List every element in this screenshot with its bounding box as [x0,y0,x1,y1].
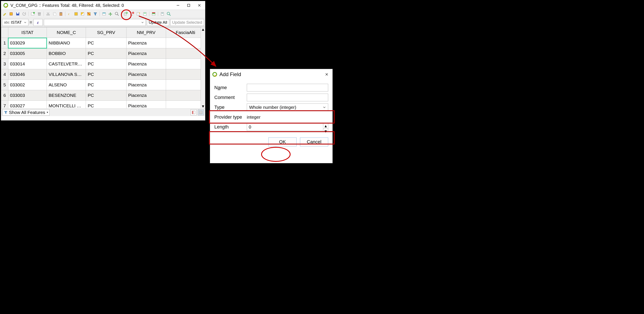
expression-input[interactable] [44,19,146,26]
table-cell[interactable]: Piacenza [126,48,166,59]
vertical-scrollbar[interactable]: ▴ ▾ [201,27,205,108]
table-cell[interactable]: BESENZONE [47,90,86,101]
row-header[interactable]: 7 [1,101,8,108]
reload-icon[interactable] [22,11,27,16]
corner-header[interactable] [1,27,8,38]
field-selector[interactable]: abc ISTAT [2,19,28,26]
table-cell[interactable]: Piacenza [126,80,166,90]
column-header[interactable]: NM_PRV [126,27,166,38]
table-cell[interactable]: PC [86,101,126,108]
table-row[interactable]: 2033005BOBBIOPCPiacenza3 [1,48,205,59]
update-all-button[interactable]: Update All [147,19,169,26]
table-cell[interactable]: CASTELVETRO P... [47,59,86,69]
maximize-button[interactable] [183,2,194,9]
zoom-to-selected-icon[interactable] [114,11,120,16]
column-header[interactable]: NOME_C [47,27,86,38]
filter-selection-icon[interactable] [93,11,98,16]
table-row[interactable]: 5033002ALSENOPCPiacenza2 [1,80,205,90]
deselect-all-icon[interactable] [86,11,92,16]
dialog-close-button[interactable] [321,70,332,78]
table-cell[interactable]: MONTICELLI D`... [47,101,86,108]
column-header[interactable]: SG_PRV [86,27,126,38]
table-cell[interactable]: ALSENO [47,80,86,90]
row-header[interactable]: 2 [1,48,8,59]
pan-to-selected-icon[interactable] [108,11,113,16]
row-header[interactable]: 1 [1,38,8,48]
invert-selection-icon[interactable] [80,11,85,16]
table-cell[interactable]: Piacenza [126,101,166,108]
spinner-buttons[interactable]: ▴ ▾ [323,123,328,130]
field-calculator-icon[interactable] [142,11,148,16]
table-cell[interactable]: PC [86,59,126,69]
name-input[interactable] [247,84,328,92]
feature-filter-button[interactable]: Show All Features ▾ [2,109,50,116]
table-row[interactable]: 6033003BESENZONEPCPiacenza1 [1,90,205,101]
type-select[interactable]: Whole number (integer) [247,104,328,111]
new-field-icon[interactable] [123,11,128,16]
table-cell[interactable]: 033027 [8,101,47,108]
actions-icon[interactable] [160,11,165,16]
select-expression-icon[interactable]: ε [67,11,72,16]
select-all-icon[interactable] [74,11,79,16]
table-cell[interactable]: PC [86,90,126,101]
table-cell[interactable]: 033046 [8,69,47,80]
table-cell[interactable]: 2 [166,80,205,90]
paste-icon[interactable] [58,11,64,16]
row-header[interactable]: 5 [1,80,8,90]
table-cell[interactable]: 1 [166,101,205,108]
toggle-edit-icon[interactable] [2,11,8,16]
delete-selected-icon[interactable] [37,11,42,16]
table-row[interactable]: 7033027MONTICELLI D`...PCPiacenza1 [1,101,205,108]
scroll-up-icon[interactable]: ▴ [201,27,205,32]
row-header[interactable]: 4 [1,69,8,80]
table-row[interactable]: 4033046VILLANOVA SUL...PCPiacenza1 [1,69,205,80]
table-cell[interactable]: 3 [166,48,205,59]
expression-dialog-button[interactable]: ε [33,19,43,26]
table-cell[interactable]: 033005 [8,48,47,59]
table-cell[interactable]: NIBBIANO [47,38,86,48]
table-cell[interactable]: PC [86,38,126,48]
table-cell[interactable]: PC [86,48,126,59]
add-feature-icon[interactable] [30,11,36,16]
organize-columns-icon[interactable] [136,11,141,16]
column-header[interactable]: FasciaAlti [166,27,205,38]
table-cell[interactable]: VILLANOVA SUL... [47,69,86,80]
titlebar[interactable]: V_COM_GPG :: Features Total: 48, Filtere… [1,1,205,10]
table-cell[interactable]: BOBBIO [47,48,86,59]
ok-button[interactable]: OK [268,138,296,146]
table-row[interactable]: 1033029NIBBIANOPCPiacenza2 [1,38,205,48]
table-view-button[interactable] [198,110,204,116]
row-header[interactable]: 6 [1,90,8,101]
length-input[interactable]: 0 ▴ ▾ [247,123,328,131]
update-selected-button[interactable]: Update Selected [170,19,204,26]
table-cell[interactable]: 2 [166,38,205,48]
cancel-button[interactable]: Cancel [300,138,328,146]
comment-input[interactable] [247,94,328,101]
column-header[interactable]: ISTAT [8,27,47,38]
table-row[interactable]: 3033014CASTELVETRO P...PCPiacenza1 [1,59,205,69]
table-cell[interactable]: Piacenza [126,59,166,69]
table-cell[interactable]: 1 [166,90,205,101]
table-cell[interactable]: Piacenza [126,38,166,48]
form-view-button[interactable] [190,110,196,116]
copy-icon[interactable] [52,11,57,16]
table-cell[interactable]: Piacenza [126,69,166,80]
minimize-button[interactable] [173,2,183,9]
table-cell[interactable]: PC [86,80,126,90]
table-cell[interactable]: 033014 [8,59,47,69]
scroll-down-icon[interactable]: ▾ [201,104,205,108]
close-button[interactable] [194,2,205,9]
conditional-format-icon[interactable] [151,11,156,16]
table-cell[interactable]: 033002 [8,80,47,90]
spin-down-icon[interactable]: ▾ [323,129,328,134]
dock-icon[interactable] [166,11,171,16]
table-cell[interactable]: PC [86,69,126,80]
table-cell[interactable]: 1 [166,59,205,69]
cut-icon[interactable] [46,11,51,16]
dialog-titlebar[interactable]: Add Field [210,69,332,80]
attribute-table[interactable]: ISTAT NOME_C SG_PRV NM_PRV FasciaAlti 10… [1,27,205,108]
table-cell[interactable]: 033029 [8,38,47,48]
row-header[interactable]: 3 [1,59,8,69]
table-cell[interactable]: Piacenza [126,90,166,101]
save-edits-icon[interactable] [15,11,20,16]
